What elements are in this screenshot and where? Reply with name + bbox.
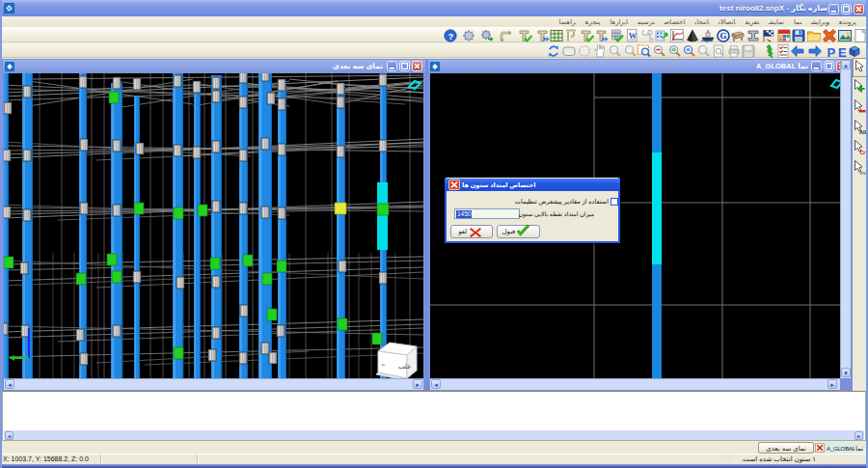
svg-text:علب: علب <box>398 363 411 370</box>
svg-text:?: ? <box>448 31 453 41</box>
svg-text:E: E <box>838 45 847 60</box>
svg-text:W: W <box>629 31 637 41</box>
svg-text:ث: ث <box>381 361 386 367</box>
svg-text:G: G <box>720 31 727 41</box>
